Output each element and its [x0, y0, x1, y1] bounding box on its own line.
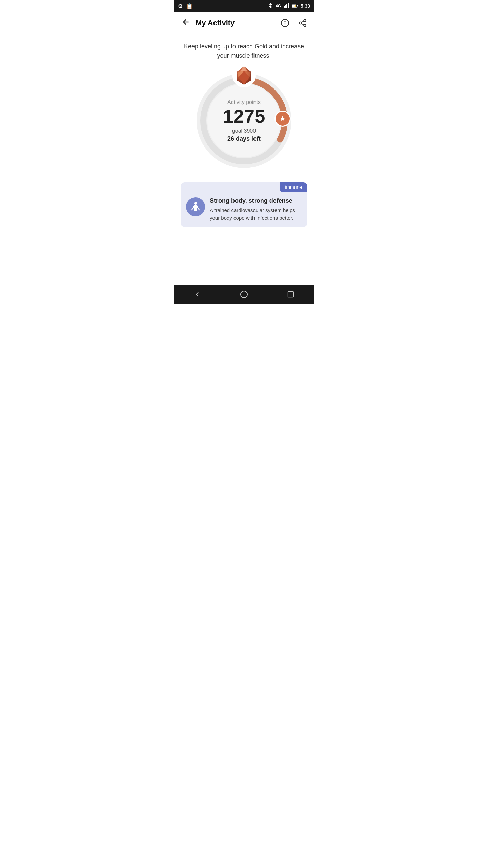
signal-icon [284, 3, 289, 9]
top-nav: My Activity [174, 12, 314, 34]
svg-rect-32 [288, 292, 294, 297]
nav-recent-button[interactable] [281, 288, 301, 301]
page-title: My Activity [196, 19, 279, 27]
level-badge [232, 64, 256, 90]
gear-icon: ⚙ [178, 3, 183, 9]
ring-days: 26 days left [223, 135, 265, 142]
gem-icon [232, 64, 256, 88]
svg-text:⚡: ⚡ [293, 5, 297, 8]
status-bar-right: 4G ⚡ 5:33 [268, 3, 310, 9]
svg-point-12 [299, 22, 302, 24]
activity-person-icon [190, 201, 201, 212]
ring-label: Activity points [223, 99, 265, 105]
svg-point-31 [241, 291, 247, 298]
back-button[interactable] [179, 18, 193, 28]
nav-icons [279, 17, 309, 29]
info-button[interactable] [279, 17, 291, 29]
info-card-text: Strong body, strong defense A trained ca… [210, 197, 302, 222]
ring-goal: goal 3900 [223, 128, 265, 134]
info-card-body: Strong body, strong defense A trained ca… [186, 197, 302, 222]
bottom-nav [174, 285, 314, 304]
svg-point-11 [304, 19, 306, 22]
svg-rect-1 [285, 5, 286, 8]
main-content: Keep leveling up to reach Gold and incre… [174, 34, 314, 285]
svg-rect-2 [286, 4, 287, 8]
star-badge: ★ [274, 111, 291, 127]
svg-line-29 [192, 208, 193, 210]
share-button[interactable] [297, 17, 309, 29]
ring-center: Activity points 1275 goal 3900 26 days l… [223, 99, 265, 142]
info-card: immune Strong body, strong defense A tra… [181, 182, 307, 227]
nav-back-button[interactable] [187, 288, 207, 301]
info-card-desc: A trained cardiovascular system helps yo… [210, 206, 302, 222]
svg-rect-0 [284, 6, 285, 8]
ring-container: Activity points 1275 goal 3900 26 days l… [179, 70, 309, 172]
network-icon: 4G [276, 4, 281, 8]
svg-rect-3 [288, 3, 289, 8]
ring-wrapper: Activity points 1275 goal 3900 26 days l… [193, 70, 295, 172]
info-card-title: Strong body, strong defense [210, 197, 302, 204]
svg-line-15 [301, 21, 304, 22]
bluetooth-icon [268, 3, 273, 9]
clipboard-icon: 📋 [186, 3, 193, 9]
status-bar: ⚙ 📋 4G ⚡ 5:33 [174, 0, 314, 12]
ring-points: 1275 [223, 107, 265, 126]
svg-point-28 [194, 202, 197, 205]
svg-rect-5 [297, 5, 298, 6]
nav-home-button[interactable] [234, 288, 254, 301]
svg-line-30 [198, 208, 199, 210]
star-icon: ★ [279, 114, 286, 123]
svg-point-13 [304, 24, 306, 27]
status-bar-left: ⚙ 📋 [178, 3, 193, 9]
motivational-text: Keep leveling up to reach Gold and incre… [179, 42, 309, 60]
battery-icon: ⚡ [292, 3, 298, 9]
time-display: 5:33 [301, 3, 310, 9]
info-card-icon [186, 197, 205, 216]
svg-line-14 [301, 23, 304, 25]
info-card-tag: immune [280, 182, 307, 192]
